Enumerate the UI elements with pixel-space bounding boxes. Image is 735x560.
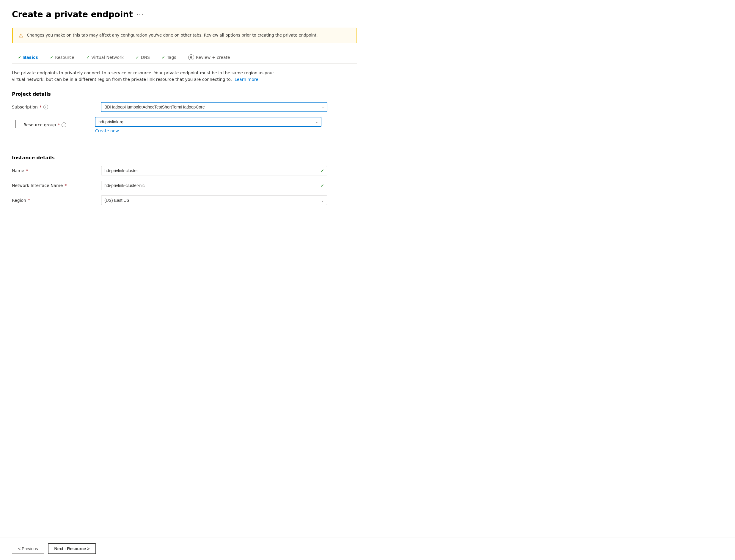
tab-dns-check-icon: ✓ xyxy=(136,55,139,60)
next-button[interactable]: Next : Resource > xyxy=(48,543,96,554)
warning-banner: ⚠ Changes you make on this tab may affec… xyxy=(12,28,357,43)
tab-resource-label: Resource xyxy=(55,55,74,60)
tab-resource-check-icon: ✓ xyxy=(50,55,53,60)
network-interface-name-row: Network Interface Name * ✓ xyxy=(12,181,357,190)
tab-tags-label: Tags xyxy=(167,55,176,60)
nic-name-valid-icon: ✓ xyxy=(320,183,324,188)
name-label: Name xyxy=(12,168,24,173)
resource-group-select[interactable]: hdi-privlink-rg xyxy=(95,117,321,127)
subscription-label: Subscription xyxy=(12,105,38,109)
resource-group-select-wrapper: hdi-privlink-rg ⌄ xyxy=(95,117,321,127)
subscription-required-star: * xyxy=(40,105,42,109)
previous-button[interactable]: < Previous xyxy=(12,544,44,554)
warning-text: Changes you make on this tab may affect … xyxy=(27,32,317,38)
footer-bar: < Previous Next : Resource > xyxy=(0,537,735,560)
region-required-star: * xyxy=(28,198,30,203)
region-label: Region xyxy=(12,198,26,203)
tab-virtual-network[interactable]: ✓ Virtual Network xyxy=(80,52,130,63)
tab-basics-check-icon: ✓ xyxy=(18,55,21,60)
name-required-star: * xyxy=(26,168,28,173)
resource-group-label: Resource group xyxy=(23,122,56,127)
subscription-info-icon[interactable]: i xyxy=(43,105,48,109)
tab-tags-check-icon: ✓ xyxy=(162,55,165,60)
name-valid-icon: ✓ xyxy=(320,168,324,173)
subscription-select-wrapper: BDHadoopHumboldtAdhocTestShortTermHadoop… xyxy=(101,102,327,112)
tab-review-create[interactable]: 6 Review + create xyxy=(182,51,236,63)
name-input-wrapper: ✓ xyxy=(101,166,327,175)
tab-review-number-badge: 6 xyxy=(188,54,194,60)
region-row: Region * (US) East US ⌄ xyxy=(12,196,357,205)
instance-details-header: Instance details xyxy=(12,155,357,161)
tab-basics-label: Basics xyxy=(23,55,38,60)
tab-dns[interactable]: ✓ DNS xyxy=(130,52,156,63)
more-options-icon[interactable]: ··· xyxy=(136,11,144,18)
instance-details-section: Instance details Name * ✓ Network Interf… xyxy=(12,155,357,205)
network-interface-name-label: Network Interface Name xyxy=(12,183,63,188)
page-title: Create a private endpoint xyxy=(12,10,133,19)
tab-vnet-check-icon: ✓ xyxy=(86,55,90,60)
tab-basics[interactable]: ✓ Basics xyxy=(12,52,44,63)
resource-group-row: Resource group * i hdi-privlink-rg ⌄ Cre… xyxy=(12,117,357,136)
project-details-section: Project details Subscription * i BDHadoo… xyxy=(12,91,357,136)
tab-dns-label: DNS xyxy=(141,55,150,60)
warning-icon: ⚠ xyxy=(18,32,23,39)
resource-group-info-icon[interactable]: i xyxy=(62,122,66,127)
subscription-select[interactable]: BDHadoopHumboldtAdhocTestShortTermHadoop… xyxy=(101,102,327,112)
section-divider-1 xyxy=(12,145,357,145)
tabs-nav: ✓ Basics ✓ Resource ✓ Virtual Network ✓ … xyxy=(12,51,357,64)
name-input[interactable] xyxy=(101,166,327,175)
nic-name-input-wrapper: ✓ xyxy=(101,181,327,190)
resource-group-required-star: * xyxy=(58,122,60,127)
tab-tags[interactable]: ✓ Tags xyxy=(156,52,182,63)
description-text: Use private endpoints to privately conne… xyxy=(12,70,279,83)
create-new-resource-group-link[interactable]: Create new xyxy=(95,128,119,133)
learn-more-link[interactable]: Learn more xyxy=(234,77,258,82)
tab-resource[interactable]: ✓ Resource xyxy=(44,52,80,63)
tab-review-create-label: Review + create xyxy=(196,55,230,60)
name-row: Name * ✓ xyxy=(12,166,357,175)
project-details-header: Project details xyxy=(12,91,357,97)
nic-name-required-star: * xyxy=(64,183,67,188)
nic-name-input[interactable] xyxy=(101,181,327,190)
region-select-wrapper: (US) East US ⌄ xyxy=(101,196,327,205)
tab-virtual-network-label: Virtual Network xyxy=(91,55,124,60)
subscription-row: Subscription * i BDHadoopHumboldtAdhocTe… xyxy=(12,102,357,112)
region-select[interactable]: (US) East US xyxy=(101,196,327,205)
